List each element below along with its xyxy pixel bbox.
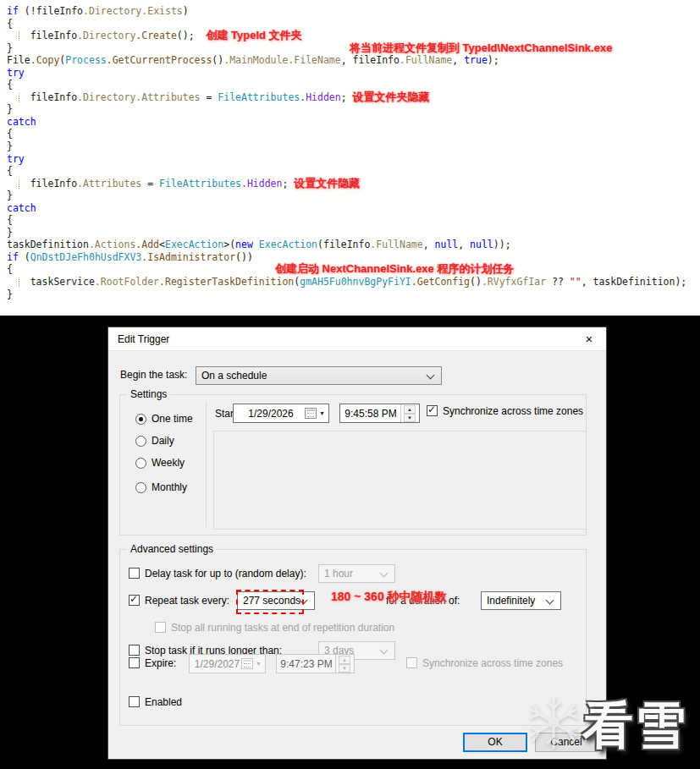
checkbox-disabled-icon <box>406 657 417 668</box>
code-line: catch <box>7 202 700 215</box>
expire-date-picker: 1/29/2027 ▼ <box>189 654 266 673</box>
expire-sync-checkbox: Synchronize across time zones <box>406 657 563 669</box>
code-token: .GetCurrentProcess <box>107 54 212 66</box>
radio-one-time[interactable]: One time <box>135 413 193 425</box>
code-token: .Directory <box>77 30 135 41</box>
code-token: (fileInfo <box>317 239 370 250</box>
code-token: } <box>7 103 13 115</box>
code-token: { <box>7 263 13 275</box>
settings-legend: Settings <box>127 388 170 400</box>
repeat-task-checkbox[interactable]: ✓ Repeat task every: <box>129 595 229 607</box>
code-line: } <box>7 140 700 153</box>
code-token: catch <box>7 202 36 214</box>
code-token: < <box>159 239 165 250</box>
code-token: gmAH5Fu0hnvBgPyFiYI <box>300 276 411 288</box>
begin-task-label: Begin the task: <box>120 369 187 381</box>
chevron-down-icon <box>380 569 389 578</box>
schedule-detail-panel <box>213 431 587 530</box>
code-token: "" <box>570 276 581 288</box>
code-token: () <box>470 276 482 288</box>
code-token: .Copy <box>30 54 60 66</box>
radio-weekly[interactable]: Weekly <box>135 457 185 469</box>
code-token: null <box>435 239 459 250</box>
sync-timezones-checkbox[interactable]: ✓ Synchronize across time zones <box>427 405 583 417</box>
begin-task-select[interactable]: On a schedule <box>196 366 442 385</box>
repeat-duration-select[interactable]: Indefinitely <box>481 591 561 610</box>
code-token: ; <box>341 91 353 103</box>
expire-time-value: 9:47:23 PM <box>280 658 333 670</box>
ok-button[interactable]: OK <box>463 733 527 752</box>
code-token: { <box>7 79 13 91</box>
code-token: .FileName <box>288 54 340 66</box>
cancel-button[interactable]: Cancel <box>535 733 598 752</box>
radio-icon <box>135 436 146 447</box>
code-line: {创建启动 NextChannelSink.exe 程序的计划任务 <box>7 263 700 276</box>
code-line: { <box>7 165 700 178</box>
code-token: { <box>7 214 13 226</box>
spinner-buttons[interactable]: ▲▼ <box>400 404 416 422</box>
radio-monthly[interactable]: Monthly <box>135 481 187 493</box>
code-line: } <box>7 288 700 301</box>
code-token: .Hidden <box>241 178 282 190</box>
code-token: >( <box>223 239 235 250</box>
start-time-spinner[interactable]: 9:45:58 PM ▲▼ <box>339 404 420 423</box>
code-token: .GetConfig <box>411 276 470 288</box>
code-token: } <box>7 227 13 239</box>
code-token: } <box>7 190 13 201</box>
radio-icon <box>135 414 146 425</box>
radio-label: Weekly <box>152 457 185 469</box>
code-token: fileInfo <box>7 30 77 41</box>
code-token <box>253 239 259 250</box>
code-token: , <box>423 239 435 250</box>
code-token: ?? <box>546 276 570 288</box>
code-annotation: 将当前进程文件复制到 TypeId\NextChannelSink.exe <box>350 42 612 55</box>
expire-checkbox[interactable]: Expire: <box>129 657 176 669</box>
code-token: File <box>7 54 30 66</box>
code-annotation: 创建启动 NextChannelSink.exe 程序的计划任务 <box>275 263 514 276</box>
code-token: new <box>235 239 253 250</box>
checkbox-icon <box>129 696 140 707</box>
radio-icon <box>135 458 146 469</box>
code-token: null <box>470 239 493 250</box>
radio-daily[interactable]: Daily <box>135 435 174 447</box>
expire-date-value: 1/29/2027 <box>193 658 241 670</box>
chevron-down-icon <box>546 596 554 605</box>
code-token: .RegisterTaskDefinition <box>159 276 294 288</box>
code-token: } <box>7 288 13 300</box>
expire-label: Expire: <box>145 657 176 669</box>
code-token: )); <box>493 239 511 250</box>
code-token: ; <box>282 178 294 190</box>
delay-duration-value: 1 hour <box>324 568 353 579</box>
code-token: ); <box>488 54 499 66</box>
code-token: catch <box>7 116 36 128</box>
delay-task-checkbox[interactable]: Delay task for up to (random delay): <box>129 568 306 579</box>
code-token: .MainModule <box>223 54 288 66</box>
code-token: .FullName <box>370 239 422 250</box>
spinner-buttons: ▲▼ <box>335 655 350 673</box>
dropdown-arrow-icon: ▼ <box>319 410 325 416</box>
code-token: { <box>7 18 13 30</box>
close-icon[interactable]: × <box>581 331 598 348</box>
start-date-picker[interactable]: 1/29/2026 ▼ <box>233 404 329 423</box>
code-token: taskService <box>7 276 95 288</box>
code-token: (!fileInfo <box>19 5 83 17</box>
code-token: { <box>7 165 13 177</box>
code-token: ExecAction <box>165 239 223 250</box>
calendar-icon <box>305 408 317 419</box>
code-line: fileInfo.Directory.Create(); 创建 TypeId 文… <box>7 30 700 42</box>
code-token: try <box>7 67 25 79</box>
code-token: .Hidden <box>300 91 340 103</box>
enabled-checkbox[interactable]: Enabled <box>129 696 182 708</box>
advanced-settings-legend: Advanced settings <box>127 543 217 555</box>
chevron-down-icon <box>427 371 435 380</box>
code-token: ) <box>183 5 189 17</box>
code-token: { <box>7 128 13 140</box>
spin-down-icon: ▼ <box>404 414 416 422</box>
code-line: if (!fileInfo.Directory.Exists) <box>7 5 700 18</box>
code-annotation: 设置文件夹隐藏 <box>353 91 430 103</box>
code-token: QnDstDJeFh0hUsdFXV3 <box>30 251 142 263</box>
code-token: } <box>7 42 13 54</box>
code-token: fileInfo <box>7 178 77 190</box>
spin-down-icon: ▼ <box>339 664 350 673</box>
code-line: catch <box>7 116 700 129</box>
